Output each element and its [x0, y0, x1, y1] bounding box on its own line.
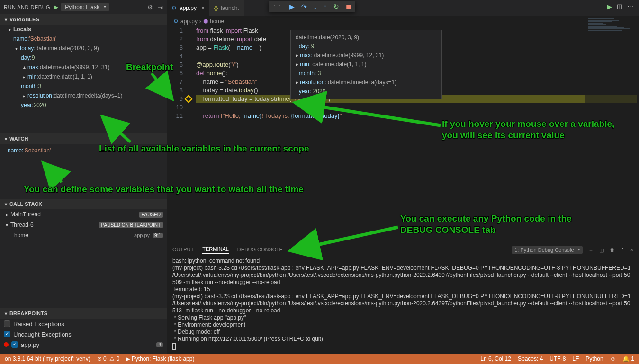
stop-icon[interactable]: ◼ [346, 3, 351, 10]
restart-icon[interactable]: ↻ [333, 3, 339, 10]
var-month[interactable]: month: 3 [0, 81, 167, 91]
locals-group[interactable]: ▾Locals [0, 25, 167, 34]
var-today[interactable]: ▾today: datetime.date(2020, 3, 9) [0, 44, 167, 53]
language-mode[interactable]: Python [585, 355, 603, 362]
var-resolution[interactable]: ▸resolution: datetime.timedelta(days=1) [0, 91, 167, 100]
variables-section-header[interactable]: ▾VARIABLES [0, 14, 167, 25]
bp-raised[interactable]: Raised Exceptions [0, 319, 167, 329]
checkbox-icon[interactable] [4, 320, 10, 327]
errors-count[interactable]: ⊘ 0 ⚠ 0 [97, 355, 120, 362]
encoding[interactable]: UTF-8 [549, 355, 566, 362]
python-version[interactable]: on 3.8.1 64-bit ('my-project': venv) [5, 355, 90, 362]
thread-6[interactable]: ▾Thread-6PAUSED ON BREAKPOINT [0, 220, 167, 230]
gear-icon[interactable]: ⚙ [147, 4, 153, 11]
step-out-icon[interactable]: ↑ [324, 3, 327, 10]
python-file-icon: ⚙ [173, 18, 179, 25]
breakpoints-section-header[interactable]: ▾BREAKPOINTS [0, 308, 167, 319]
variable-hover-popup: datetime.date(2020, 3, 9) day: 9 ▸ max: … [290, 30, 442, 99]
maximize-panel-icon[interactable]: ⌃ [621, 247, 625, 253]
debug-toolbar[interactable]: ⋮⋮ ▶ ↷ ↓ ↑ ↻ ◼ [269, 1, 355, 12]
stack-frame[interactable]: homeapp.py9:1 [0, 230, 167, 240]
eol[interactable]: LF [572, 355, 579, 362]
var-day[interactable]: day: 9 [0, 53, 167, 62]
json-file-icon: {} [214, 5, 218, 11]
terminal-output[interactable]: bash: ipython: command not found (my-pro… [167, 257, 639, 354]
bp-file[interactable]: app.py9 [0, 339, 167, 350]
var-min[interactable]: ▸min: datetime.date(1, 1, 1) [0, 72, 167, 81]
watch-section-header[interactable]: ▾WATCH [0, 133, 167, 144]
thread-main[interactable]: ▸MainThreadPAUSED [0, 209, 167, 220]
step-into-icon[interactable]: ↓ [314, 3, 317, 10]
panel-toggle-icon[interactable]: ⇥ [158, 4, 163, 11]
close-panel-icon[interactable]: × [630, 247, 633, 253]
var-name[interactable]: name: 'Sebastian' [0, 34, 167, 44]
tab-app-py[interactable]: ⚙app.py× [167, 0, 209, 16]
sidebar-title: RUN AND DEBUG [4, 4, 50, 10]
bp-uncaught[interactable]: Uncaught Exceptions [0, 329, 167, 339]
checkbox-checked-icon[interactable] [11, 341, 18, 348]
trash-icon[interactable]: 🗑 [610, 247, 615, 253]
terminal-select[interactable]: 1: Python Debug Console [512, 246, 582, 254]
checkbox-checked-icon[interactable] [4, 331, 10, 337]
new-terminal-icon[interactable]: ＋ [588, 247, 594, 254]
tab-debug-console[interactable]: DEBUG CONSOLE [237, 247, 283, 254]
tab-problems[interactable]: PROBLEMS [291, 247, 320, 254]
var-year[interactable]: year: 2020 [0, 100, 167, 110]
bottom-panel: OUTPUT TERMINAL DEBUG CONSOLE PROBLEMS 1… [167, 243, 639, 354]
split-editor-icon[interactable]: ◫ [617, 3, 622, 10]
cursor-pos[interactable]: Ln 6, Col 12 [480, 355, 511, 362]
debug-sidebar: RUN AND DEBUG ▶ Python: Flask ⚙ ⇥ ▾VARIA… [0, 0, 167, 354]
grip-icon[interactable]: ⋮⋮ [272, 4, 282, 9]
python-file-icon: ⚙ [171, 5, 177, 11]
var-max[interactable]: ▸max: datetime.date(9999, 12, 31) [0, 62, 167, 72]
indent[interactable]: Spaces: 4 [518, 355, 543, 362]
debug-target[interactable]: ▶ Python: Flask (flask-app) [126, 355, 194, 362]
watch-expr[interactable]: name: 'Sebastian' [6, 146, 161, 155]
step-over-icon[interactable]: ↷ [301, 3, 307, 10]
function-icon: ⬢ [203, 18, 208, 25]
start-debug-icon[interactable]: ▶ [54, 4, 58, 10]
continue-icon[interactable]: ▶ [289, 3, 295, 10]
bell-icon[interactable]: 🔔 1 [622, 355, 634, 362]
breakpoint-dot-icon [4, 342, 9, 347]
debug-config-select[interactable]: Python: Flask [61, 3, 109, 11]
callstack-section-header[interactable]: ▾CALL STACK [0, 199, 167, 209]
minimap[interactable] [585, 18, 637, 103]
tab-terminal[interactable]: TERMINAL [202, 246, 229, 254]
status-bar: on 3.8.1 64-bit ('my-project': venv) ⊘ 0… [0, 354, 639, 364]
split-terminal-icon[interactable]: ◫ [599, 247, 604, 253]
tab-output[interactable]: OUTPUT [172, 247, 194, 254]
run-file-icon[interactable]: ▶ [607, 3, 612, 10]
breadcrumb[interactable]: ⚙app.py›⬢home [167, 16, 639, 27]
feedback-icon[interactable]: ☺ [610, 355, 616, 362]
more-actions-icon[interactable]: ⋯ [627, 3, 633, 10]
tab-launch[interactable]: {}launch. [209, 0, 244, 16]
close-icon[interactable]: × [201, 5, 205, 11]
